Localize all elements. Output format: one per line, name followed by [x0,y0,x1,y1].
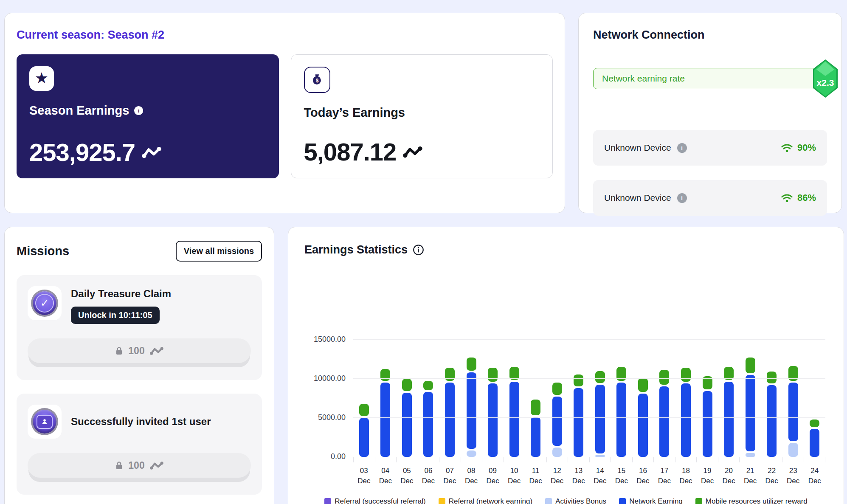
claim-reward-button[interactable]: 100 [28,453,251,478]
current-season-heading: Current season: Season #2 [17,28,553,42]
season-overview-card: Current season: Season #2 ★ Season Earni… [4,13,565,213]
bar-segment [746,375,755,451]
x-axis-label: 10Dec [504,466,525,486]
x-axis-label: 21Dec [740,466,761,486]
bar-12-dec[interactable] [546,320,568,457]
legend-item[interactable]: Referral (network earning) [439,497,532,504]
axis-tick [633,457,654,462]
legend-item[interactable]: Activities Bonus [545,497,606,504]
bar-segment [595,385,605,453]
bar-segment [359,418,369,457]
mission-badge-icon: ✓ [28,286,62,320]
axis-tick [439,457,461,462]
legend-item[interactable]: Mobile resources utilizer reward [695,497,808,504]
view-all-missions-button[interactable]: View all missions [176,241,262,262]
legend-label: Mobile resources utilizer reward [706,497,808,504]
svg-text:$: $ [315,78,318,84]
x-axis-label: 24Dec [804,466,825,486]
axis-tick [547,457,568,462]
bar-segment [380,369,390,381]
bar-15-dec[interactable] [611,320,633,457]
bar-11-dec[interactable] [525,320,546,457]
axis-tick [504,457,526,462]
unlock-countdown-badge: Unlock in 10:11:05 [71,307,160,324]
season-earnings-info-icon[interactable]: i [134,106,143,115]
bar-segment [552,383,562,395]
chart-bars [353,320,825,457]
missions-card: Missions View all missions ✓ Daily Treas… [4,227,274,504]
bar-segment [402,393,412,457]
info-icon[interactable] [413,244,424,256]
bar-segment [767,385,777,457]
activity-icon [150,461,163,470]
device-info-icon[interactable]: i [677,143,687,153]
legend-item[interactable]: Network Earning [619,497,683,504]
device-row: Unknown Device i 86% [593,180,827,216]
network-connection-title: Network Connection [593,28,827,42]
mission-title: Successfully invited 1st user [71,406,211,428]
bar-segment [746,453,755,457]
device-info-icon[interactable]: i [677,193,687,203]
legend-label: Activities Bonus [555,497,606,504]
x-axis-label: 15Dec [611,466,633,486]
legend-item[interactable]: Referral (successful referral) [324,497,425,504]
bar-18-dec[interactable] [675,320,697,457]
bar-08-dec[interactable] [461,320,482,457]
bar-14-dec[interactable] [589,320,611,457]
x-axis-label: 23Dec [782,466,804,486]
bar-19-dec[interactable] [697,320,718,457]
bar-segment [488,383,498,457]
bar-05-dec[interactable] [396,320,418,457]
bar-20-dec[interactable] [718,320,740,457]
bar-09-dec[interactable] [482,320,504,457]
bar-06-dec[interactable] [418,320,439,457]
bar-04-dec[interactable] [375,320,397,457]
mission-item-invite-user[interactable]: Successfully invited 1st user 100 [17,394,262,495]
y-axis-label: 15000.00 [314,335,346,344]
bar-13-dec[interactable] [568,320,589,457]
mission-badge-icon [28,405,62,439]
x-axis-label: 16Dec [632,466,654,486]
network-connection-card: Network Connection Network earning rate … [578,13,842,213]
axis-tick [611,457,633,462]
wifi-icon [781,143,793,153]
axis-tick [418,457,440,462]
bar-segment [638,394,648,457]
bar-17-dec[interactable] [654,320,675,457]
bar-segment [638,378,648,392]
bar-22-dec[interactable] [761,320,782,457]
device-signal-value: 90% [797,142,816,153]
mission-item-daily-treasure[interactable]: ✓ Daily Treasure Claim Unlock in 10:11:0… [17,275,262,380]
bar-segment [788,443,798,457]
axis-tick [654,457,675,462]
legend-swatch [324,498,331,504]
bar-segment [509,382,519,457]
bar-21-dec[interactable] [740,320,761,457]
legend-label: Network Earning [629,497,683,504]
earnings-subcards: ★ Season Earnings i 253,925.7 $ [17,54,553,178]
claim-reward-button[interactable]: 100 [28,338,251,363]
bar-10-dec[interactable] [504,320,525,457]
gridline [353,417,825,418]
bar-segment [659,370,669,385]
activity-icon [403,146,422,158]
season-earnings-value: 253,925.7 [29,138,135,166]
bar-07-dec[interactable] [439,320,461,457]
bar-segment [423,392,433,457]
bar-segment [467,451,476,457]
axis-tick [675,457,697,462]
bar-24-dec[interactable] [804,320,825,457]
wifi-icon [781,193,793,203]
x-axis-label: 04Dec [375,466,397,486]
axis-tick [375,457,397,462]
legend-label: Referral (successful referral) [335,497,425,504]
axis-tick [590,457,611,462]
axis-tick [740,457,761,462]
bar-23-dec[interactable] [782,320,804,457]
bar-03-dec[interactable] [353,320,375,457]
activity-icon [150,346,163,355]
device-name: Unknown Device [604,143,671,153]
x-axis-label: 07Dec [439,466,461,486]
reward-amount: 100 [128,460,144,471]
bar-16-dec[interactable] [632,320,654,457]
